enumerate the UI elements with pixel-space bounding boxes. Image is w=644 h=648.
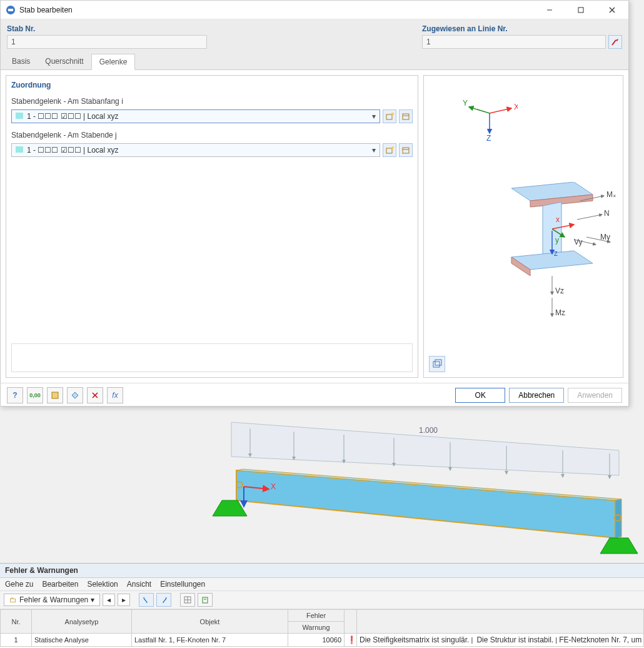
- hinge-j-label: Stabendgelenk - Am Stabende j: [11, 131, 413, 139]
- tab-basis[interactable]: Basis: [4, 54, 38, 69]
- hinge-i-combo[interactable]: 1 - ☐☐☐ ☑☐☐ | Local xyz ▾: [11, 109, 380, 123]
- main-content: Zuordnung Stabendgelenk - Am Stabanfang …: [1, 70, 628, 383]
- svg-text:Mz: Mz: [555, 308, 565, 317]
- cell-code: 10060: [288, 634, 345, 647]
- errors-breadcrumb[interactable]: 🗀 Fehler & Warnungen ▾: [4, 594, 100, 606]
- app-icon: [6, 5, 16, 15]
- hinge-j-value: 1 - ☐☐☐ ☑☐☐ | Local xyz: [27, 146, 118, 154]
- notes-area: [11, 343, 413, 372]
- svg-text:Mₓ: Mₓ: [606, 190, 616, 199]
- menu-select[interactable]: Selektion: [87, 580, 118, 589]
- grid-button[interactable]: [180, 593, 195, 607]
- svg-point-7: [391, 113, 394, 115]
- load-value-label: 1.000: [419, 426, 438, 435]
- ok-button[interactable]: OK: [455, 388, 505, 403]
- global-axis-icon: X Y Z: [461, 94, 518, 144]
- svg-rect-71: [203, 597, 208, 603]
- col-analysetyp: Analysetyp: [32, 610, 132, 634]
- svg-line-14: [490, 108, 511, 113]
- nav-next-button[interactable]: ▸: [118, 594, 130, 606]
- close-button[interactable]: [598, 1, 626, 19]
- top-fields: Stab Nr. Zugewiesen an Linie Nr.: [1, 19, 628, 54]
- svg-rect-6: [386, 114, 392, 119]
- cell-nr: 1: [1, 634, 32, 647]
- script-button[interactable]: fx: [107, 387, 123, 403]
- hinge-i-new-button[interactable]: [383, 109, 396, 123]
- assignment-panel: Zuordnung Stabendgelenk - Am Stabanfang …: [6, 75, 418, 378]
- filter-button-1[interactable]: [139, 593, 154, 607]
- hinge-i-edit-button[interactable]: [399, 109, 413, 123]
- svg-text:x: x: [556, 215, 560, 224]
- tool-button-3[interactable]: [47, 387, 63, 403]
- titlebar: Stab bearbeiten: [1, 1, 628, 19]
- folder-icon: 🗀: [9, 595, 17, 604]
- svg-point-11: [391, 146, 394, 149]
- hinge-i-value: 1 - ☐☐☐ ☑☐☐ | Local xyz: [27, 112, 118, 121]
- menu-view[interactable]: Ansicht: [127, 580, 151, 589]
- hinge-j-combo[interactable]: 1 - ☐☐☐ ☑☐☐ | Local xyz ▾: [11, 143, 380, 157]
- hinge-i-swatch-icon: [16, 113, 23, 119]
- window-title: Stab bearbeiten: [19, 6, 532, 14]
- cell-analysetyp: Statische Analyse: [32, 634, 132, 647]
- assigned-line-group: Zugewiesen an Linie Nr.: [422, 24, 622, 49]
- svg-text:Vy: Vy: [574, 238, 583, 246]
- nav-prev-button[interactable]: ◂: [103, 594, 115, 606]
- hinge-i-label: Stabendgelenk - Am Stabanfang i: [11, 97, 413, 106]
- preview-toggle-button[interactable]: [429, 356, 445, 372]
- errors-panel-title: Fehler & Warnungen: [0, 564, 644, 578]
- tool-button-4[interactable]: [67, 387, 83, 403]
- cell-objekt: Lastfall Nr. 1, FE-Knoten Nr. 7: [132, 634, 288, 647]
- table-row[interactable]: 1 Statische Analyse Lastfall Nr. 1, FE-K…: [1, 634, 644, 647]
- assigned-line-input[interactable]: [422, 35, 606, 49]
- menu-goto[interactable]: Gehe zu: [5, 580, 33, 589]
- chevron-down-icon: ▾: [91, 595, 94, 604]
- maximize-button[interactable]: [567, 1, 595, 19]
- errors-menubar: Gehe zu Bearbeiten Selektion Ansicht Ein…: [0, 578, 644, 591]
- svg-rect-10: [386, 148, 392, 153]
- tab-gelenke[interactable]: Gelenke: [91, 54, 136, 70]
- cancel-button[interactable]: Abbrechen: [509, 388, 564, 403]
- model-viewport[interactable]: 1.000 X Z: [0, 413, 644, 563]
- member-number-group: Stab Nr.: [7, 24, 207, 49]
- svg-line-33: [577, 215, 602, 220]
- chevron-down-icon: ▾: [372, 112, 376, 121]
- dialog-footer: ? 0,00 fx OK Abbrechen Anwenden: [1, 383, 628, 407]
- svg-marker-65: [600, 538, 638, 554]
- menu-edit[interactable]: Bearbeiten: [42, 580, 78, 589]
- errors-breadcrumb-text: Fehler & Warnungen: [19, 595, 88, 604]
- assigned-line-label: Zugewiesen an Linie Nr.: [422, 24, 622, 33]
- section-iso-icon: x y z Mₓ N Vy My Vz Mz: [493, 182, 618, 338]
- units-button[interactable]: 0,00: [27, 387, 43, 403]
- help-button[interactable]: ?: [7, 387, 23, 403]
- svg-line-16: [469, 107, 490, 113]
- hinge-j-edit-button[interactable]: [399, 143, 413, 157]
- tool-button-5[interactable]: [87, 387, 103, 403]
- svg-rect-44: [435, 360, 441, 365]
- edit-member-dialog: Stab bearbeiten Stab Nr. Zugewiesen an L…: [0, 0, 629, 407]
- assignment-title: Zuordnung: [11, 81, 413, 89]
- menu-settings[interactable]: Einstellungen: [160, 580, 205, 589]
- col-nr: Nr.: [1, 610, 32, 634]
- svg-text:X: X: [271, 482, 276, 491]
- svg-rect-8: [403, 114, 409, 119]
- cell-msg: Die Steifigkeitsmatrix ist singulär. | D…: [357, 634, 644, 647]
- apply-button: Anwenden: [568, 388, 622, 403]
- col-fehler: Fehler: [288, 610, 345, 622]
- svg-text:y: y: [555, 236, 559, 245]
- errors-toolbar: 🗀 Fehler & Warnungen ▾ ◂ ▸: [0, 591, 644, 609]
- errors-panel: Fehler & Warnungen Gehe zu Bearbeiten Se…: [0, 563, 644, 648]
- preview-panel: X Y Z x y z: [423, 75, 623, 378]
- pick-line-button[interactable]: [608, 35, 622, 49]
- hinge-j-new-button[interactable]: [383, 143, 396, 157]
- export-button[interactable]: [198, 593, 213, 607]
- member-number-input[interactable]: [7, 35, 207, 49]
- svg-rect-43: [433, 362, 440, 367]
- chevron-down-icon: ▾: [372, 146, 376, 154]
- filter-button-2[interactable]: [156, 593, 171, 607]
- errors-table[interactable]: Nr. Analysetyp Objekt Fehler Warnung 1 S…: [0, 609, 644, 648]
- svg-rect-1: [8, 9, 13, 11]
- svg-text:z: z: [554, 249, 558, 258]
- error-icon: ❗: [347, 635, 356, 644]
- tab-querschnitt[interactable]: Querschnitt: [38, 54, 91, 69]
- minimize-button[interactable]: [536, 1, 563, 19]
